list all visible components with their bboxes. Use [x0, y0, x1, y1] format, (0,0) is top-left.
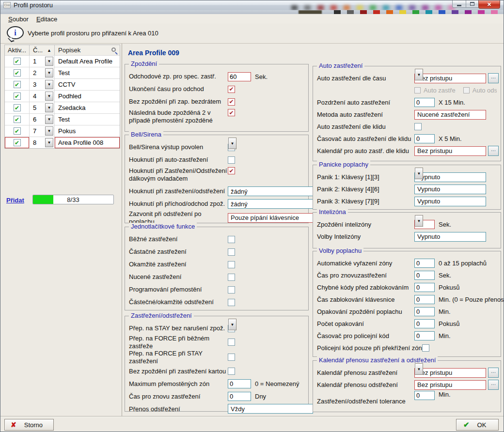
profile-name-cell[interactable]: CCTV [54, 79, 120, 90]
add-profile-link[interactable]: Přidat [6, 197, 24, 204]
field-checkbox[interactable] [228, 109, 235, 116]
field-input[interactable] [414, 98, 435, 107]
field-suffix: Min. [439, 332, 451, 339]
field-checkbox[interactable] [228, 248, 235, 256]
field-select[interactable]: Bez pristupu▼ [414, 380, 486, 390]
minimize-button[interactable] [452, 0, 466, 8]
field-input[interactable] [414, 295, 435, 304]
browse-ellipsis-button[interactable]: ... [488, 380, 499, 390]
profile-active-checkbox[interactable] [14, 127, 21, 135]
profile-name: Default Area Profile [58, 58, 112, 65]
field-checkbox[interactable] [414, 123, 422, 130]
field-select[interactable]: žádný▼ [228, 186, 313, 196]
field-row: Metoda auto zastřeženíNucené zastřežení▼ [317, 108, 497, 121]
column-header-number[interactable]: Č...▲ [29, 45, 54, 55]
profile-active-checkbox[interactable] [14, 116, 21, 123]
profile-name-cell[interactable]: Area Profile 008 [54, 137, 120, 148]
profile-number-dropdown-button[interactable]: ▼ [45, 92, 53, 101]
profile-active-checkbox[interactable] [14, 81, 21, 88]
profile-name-cell[interactable]: Zsedacka [54, 102, 120, 113]
field-checkbox[interactable] [228, 274, 235, 281]
field-label: Opakování zpoždění poplachu [317, 308, 414, 316]
profile-number-dropdown-button[interactable]: ▼ [45, 57, 53, 66]
field-checkbox[interactable] [228, 156, 235, 164]
cancel-button[interactable]: ✘ Storno [4, 419, 54, 431]
field-input[interactable] [228, 392, 251, 401]
field-input[interactable] [414, 271, 435, 280]
field-select[interactable]: Pouze pípání klávesnice▼ [228, 213, 313, 223]
field-checkbox[interactable] [228, 368, 235, 375]
column-header-popisek[interactable]: Popisek [54, 45, 120, 55]
disabled-checkbox-label: Auto zastře [424, 87, 456, 94]
browse-ellipsis-button[interactable]: ... [488, 368, 499, 378]
ok-button[interactable]: ✔ OK [456, 419, 499, 431]
field-input[interactable] [414, 331, 435, 340]
field-row: Auto zastřežení dle klidu [317, 121, 497, 133]
field-input[interactable] [228, 72, 251, 81]
profile-active-checkbox[interactable] [14, 93, 21, 100]
field-checkbox[interactable] [422, 344, 429, 352]
profile-name-cell[interactable]: Default Area Profile [54, 56, 120, 67]
field-checkbox[interactable] [228, 236, 235, 243]
field-select[interactable]: Bez pristupu▼ [414, 368, 486, 378]
field-select[interactable]: žádný▼ [228, 199, 313, 209]
profile-name-cell[interactable]: Pokus [54, 125, 120, 137]
field-label: Okamžité zastřežení [129, 261, 228, 268]
field-select[interactable]: Bez pristupu▼ [414, 146, 486, 156]
field-input[interactable] [414, 319, 435, 328]
field-select[interactable]: Vypnuto▼ [414, 197, 486, 206]
search-icon[interactable] [111, 47, 117, 53]
group-title: Bell/Sirena [129, 131, 163, 138]
profile-number-dropdown-button[interactable]: ▼ [45, 138, 53, 147]
menu-item-soubor[interactable]: Soubor [4, 15, 32, 23]
field-checkbox[interactable] [228, 299, 235, 306]
field-checkbox[interactable] [228, 286, 235, 293]
profile-name-cell[interactable]: Podhled [54, 91, 120, 102]
disabled-checkbox [463, 87, 470, 93]
profile-active-checkbox[interactable] [14, 69, 21, 77]
field-input[interactable] [414, 259, 435, 268]
menu-item-editace[interactable]: Editace [32, 15, 61, 23]
profile-number: 7 [33, 127, 36, 135]
field-input[interactable] [414, 307, 435, 316]
maximize-button[interactable] [466, 0, 479, 8]
column-header-active[interactable]: Aktiv... [5, 45, 29, 55]
profile-name-cell[interactable]: Test [54, 114, 120, 125]
field-select[interactable]: Nucené zastřežení▼ [414, 110, 486, 120]
field-checkbox[interactable] [228, 261, 235, 268]
profile-number-dropdown-button[interactable]: ▼ [45, 126, 53, 136]
browse-ellipsis-button[interactable]: ... [488, 146, 499, 156]
field-label: Bez zpoždění při zastřežení kartou [129, 368, 228, 375]
field-checkbox[interactable] [228, 167, 235, 174]
profile-number-dropdown-button[interactable]: ▼ [45, 68, 53, 77]
profile-active-checkbox[interactable] [14, 104, 21, 111]
field-checkbox[interactable] [228, 86, 235, 93]
field-select[interactable]: Bez pristupu▼ [414, 74, 486, 83]
field-checkbox[interactable] [228, 339, 235, 346]
close-button[interactable]: ✕ [478, 0, 500, 9]
field-row: Bez zpoždění při zastřežení kartou [129, 365, 304, 377]
field-label: Časovač pro policejní kód [317, 332, 414, 340]
profile-number-dropdown-button[interactable]: ▼ [45, 80, 53, 89]
field-input[interactable] [414, 391, 435, 400]
field-select[interactable]: Vypnuto▼ [414, 232, 486, 242]
info-bar: i Vyberte profil prostoru pro přiřazení … [0, 24, 504, 43]
field-checkbox[interactable] [228, 98, 235, 106]
field-select[interactable]: Vypnuto▼ [414, 172, 486, 182]
profile-number-dropdown-button[interactable]: ▼ [45, 103, 53, 112]
profile-name-cell[interactable]: Test [54, 67, 120, 78]
browse-ellipsis-button[interactable]: ... [488, 73, 499, 83]
field-input[interactable] [414, 283, 435, 292]
window-title: Profil prostoru [14, 1, 53, 9]
field-select[interactable]: Vypnuto▼ [414, 185, 486, 194]
field-select[interactable]: Vždy▼ [228, 404, 313, 414]
profile-number-dropdown-button[interactable]: ▼ [45, 115, 53, 124]
profile-active-checkbox[interactable] [14, 139, 21, 146]
profile-active-checkbox[interactable] [14, 58, 21, 65]
titlebar[interactable]: Gw Profil prostoru ✕ [0, 0, 504, 10]
field-input[interactable] [228, 379, 251, 388]
field-checkbox[interactable] [228, 354, 235, 361]
field-input[interactable] [414, 134, 435, 143]
field-row: Maximum přemostěných zón0 = Neomezený [129, 377, 304, 390]
field-label: Pozdržení auto zastřežení [317, 99, 414, 107]
